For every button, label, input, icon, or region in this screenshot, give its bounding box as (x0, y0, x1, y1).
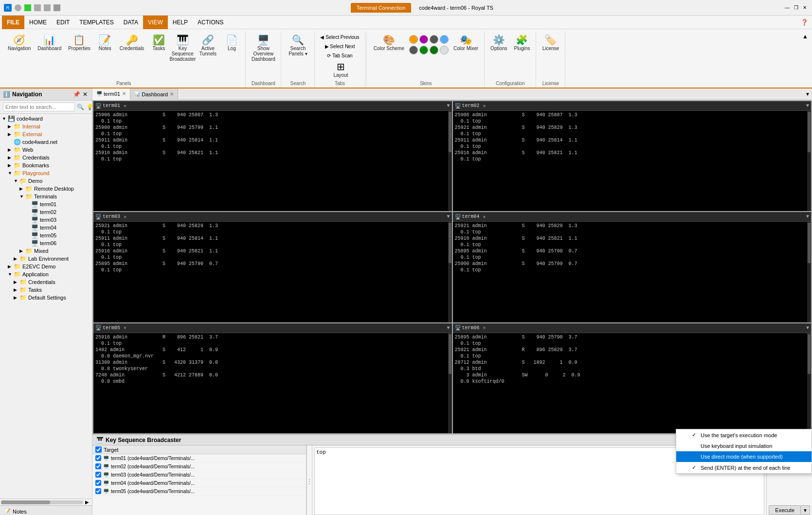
terminal02-scrollbar[interactable] (807, 111, 811, 211)
skin-blue[interactable] (440, 35, 449, 44)
tree-item-internal[interactable]: ▶ 📁 Internal (0, 123, 92, 130)
ksb-term02-checkbox[interactable] (95, 463, 101, 469)
execute-dropdown-button[interactable]: ▼ (801, 505, 810, 515)
terminal02-close[interactable]: ✕ (483, 103, 486, 109)
terminal01-content[interactable]: 25906 admin S 940 25807 1.3 0.1 top 2590… (93, 111, 452, 211)
tree-item-demo[interactable]: ▼ 📁 Demo (0, 177, 92, 185)
terminal04-close[interactable]: ✕ (483, 214, 486, 220)
ksb-select-all-checkbox[interactable] (95, 446, 102, 453)
terminal03-collapse[interactable]: ▼ (447, 214, 450, 219)
options-button[interactable]: ⚙️ Options (487, 33, 510, 53)
tree-item-remote-desktop[interactable]: ▶ 📁 Remote Desktop (0, 185, 92, 193)
show-overview-button[interactable]: 🖥️ Show Overview Dashboard (249, 33, 278, 64)
tree-item-term01[interactable]: ▶ 🖥️ term01 (0, 200, 92, 208)
terminal05-scrollthumb[interactable] (449, 334, 451, 374)
key-sequence-button[interactable]: 🎹 Key Sequence Broadcaster (170, 33, 195, 64)
menu-edit[interactable]: EDIT (52, 16, 74, 29)
tree-item-term06[interactable]: ▶ 🖥️ term06 (0, 239, 92, 247)
tree-item-playground[interactable]: ▼ 📁 Playground (0, 169, 92, 177)
close-button[interactable]: ✕ (801, 4, 808, 11)
color-scheme-button[interactable]: 🎨 Color Scheme (371, 33, 407, 53)
skin-green[interactable] (419, 46, 428, 54)
notes-bar[interactable]: 📝 Notes (0, 505, 92, 515)
tree-item-web[interactable]: ▶ 📁 Web (0, 146, 92, 154)
menu-help[interactable]: HELP (168, 16, 193, 29)
tree-item-code4ward[interactable]: ▼ 💾 code4ward (0, 115, 92, 123)
terminal02-content[interactable]: 25906 admin S 940 25807 1.3 0.1 top 2592… (453, 111, 812, 211)
terminal03-tab[interactable]: 🖥️ term03 ✕ (95, 214, 126, 220)
terminal06-content[interactable]: 25895 admin S 940 25790 3.7 0.1 top 2592… (453, 333, 812, 433)
menu-view[interactable]: VIEW (143, 16, 168, 29)
tree-item-bookmarks[interactable]: ▶ 📁 Bookmarks (0, 161, 92, 169)
tree-item-application[interactable]: ▼ 📁 Application (0, 270, 92, 278)
skin-orange[interactable] (409, 35, 418, 44)
terminal01-collapse[interactable]: ▼ (447, 103, 450, 108)
credentials-button[interactable]: 🔑 Credentials (117, 33, 147, 53)
context-menu-item-3[interactable]: Use direct mode (when supported) (676, 451, 812, 462)
context-menu-item-1[interactable]: ✓ Use the target's execution mode (676, 429, 812, 441)
ksb-target-term05[interactable]: 🖥️ term05 (code4ward/Demo/Terminals/... (92, 487, 306, 496)
dashboard-button[interactable]: 📊 Dashboard (35, 33, 64, 53)
title-tab[interactable]: Terminal Connection (351, 3, 411, 13)
menu-actions[interactable]: ACTIONS (193, 16, 228, 29)
terminal05-content[interactable]: 25916 admin R 896 25821 3.7 0.1 top 1482… (93, 333, 452, 433)
terminal04-content[interactable]: 25921 admin S 940 25829 1.3 0.1 top 2591… (453, 222, 812, 322)
terminal01-tab[interactable]: 🖥️ term01 ✕ (95, 103, 126, 109)
tab-term01-close[interactable]: ✕ (122, 91, 126, 96)
ksb-term04-checkbox[interactable] (95, 480, 101, 486)
ksb-target-term03[interactable]: 🖥️ term03 (code4ward/Demo/Terminals/... (92, 471, 306, 479)
execute-button[interactable]: Execute (769, 505, 801, 515)
ksb-target-term02[interactable]: 🖥️ term02 (code4ward/Demo/Terminals/... (92, 462, 306, 471)
notes-button[interactable]: 📝 Notes (94, 33, 116, 53)
terminal03-scrollthumb[interactable] (449, 223, 451, 263)
search-input[interactable] (3, 103, 75, 111)
terminal05-scrollbar[interactable] (448, 333, 452, 433)
tab-dashboard[interactable]: 📊 Dashboard ✕ (130, 89, 178, 100)
plugins-button[interactable]: 🧩 Plugins (511, 33, 533, 53)
terminal01-scrollbar[interactable] (448, 111, 452, 211)
terminal02-scrollthumb[interactable] (808, 112, 811, 152)
terminal02-collapse[interactable]: ▼ (806, 103, 809, 108)
tree-item-term05[interactable]: ▶ 🖥️ term05 (0, 231, 92, 239)
menu-file[interactable]: FILE (2, 16, 24, 29)
navigation-button[interactable]: 🧭 Navigation (5, 33, 34, 53)
search-options-icon[interactable]: 💡 (86, 104, 92, 110)
terminal04-tab[interactable]: 🖥️ term04 ✕ (455, 214, 486, 220)
tree-item-external[interactable]: ▶ 📁 External (0, 130, 92, 138)
terminal01-scrollthumb[interactable] (449, 112, 451, 152)
ksb-target-term04[interactable]: 🖥️ term04 (code4ward/Demo/Terminals/... (92, 479, 306, 487)
tree-item-lab-environment[interactable]: ▶ 📁 Lab Environment (0, 255, 92, 263)
context-menu-item-2[interactable]: Use keyboard input simulation (676, 441, 812, 451)
terminal03-content[interactable]: 25921 admin S 940 25829 1.3 0.1 top 2591… (93, 222, 452, 322)
title-icon-2[interactable] (24, 4, 31, 11)
sidebar-hscroll[interactable]: ▶ (0, 498, 92, 505)
tab-term01[interactable]: 🖥️ term01 ✕ (92, 89, 130, 100)
minimize-button[interactable]: — (784, 4, 791, 11)
tree-item-e2evc[interactable]: ▶ 📁 E2EVC Demo (0, 263, 92, 270)
terminal06-close[interactable]: ✕ (483, 325, 486, 331)
skin-dark[interactable] (409, 46, 418, 54)
tree-item-app-tasks[interactable]: ▶ 📁 Tasks (0, 286, 92, 294)
context-menu-item-4[interactable]: ✓ Send (ENTER) at the end of each line (676, 462, 812, 473)
skin-gray[interactable] (430, 35, 438, 44)
terminal03-scrollbar[interactable] (448, 222, 452, 322)
ksb-term03-checkbox[interactable] (95, 472, 101, 478)
terminal06-collapse[interactable]: ▼ (806, 325, 809, 331)
restore-button[interactable]: ❐ (793, 4, 799, 11)
tab-area-collapse[interactable]: ▼ (803, 91, 812, 97)
search-panels-button[interactable]: 🔍 Search Panels ▾ (284, 33, 311, 58)
ksb-target-term01[interactable]: 🖥️ term01 (code4ward/Demo/Terminals/... (92, 454, 306, 462)
sidebar-pin-button[interactable]: 📌 (72, 90, 80, 98)
tree-item-mixed[interactable]: ▶ 📁 Mixed (0, 247, 92, 255)
ribbon-collapse-button[interactable]: ▲ (800, 31, 810, 88)
terminal03-close[interactable]: ✕ (124, 214, 126, 220)
active-tunnels-button[interactable]: 🔗 Active Tunnels (196, 33, 220, 58)
menu-data[interactable]: DATA (119, 16, 143, 29)
skin-darkgreen[interactable] (430, 46, 438, 54)
color-mixer-button[interactable]: 🎭 Color Mixer (451, 33, 481, 53)
select-next-button[interactable]: ▶ Select Next (318, 42, 361, 51)
tree-item-credentials[interactable]: ▶ 📁 Credentials (0, 154, 92, 161)
terminal05-tab[interactable]: 🖥️ term05 ✕ (95, 325, 126, 331)
terminal05-collapse[interactable]: ▼ (447, 325, 450, 331)
tab-scan-button[interactable]: ⟳ Tab Scan (318, 52, 361, 60)
